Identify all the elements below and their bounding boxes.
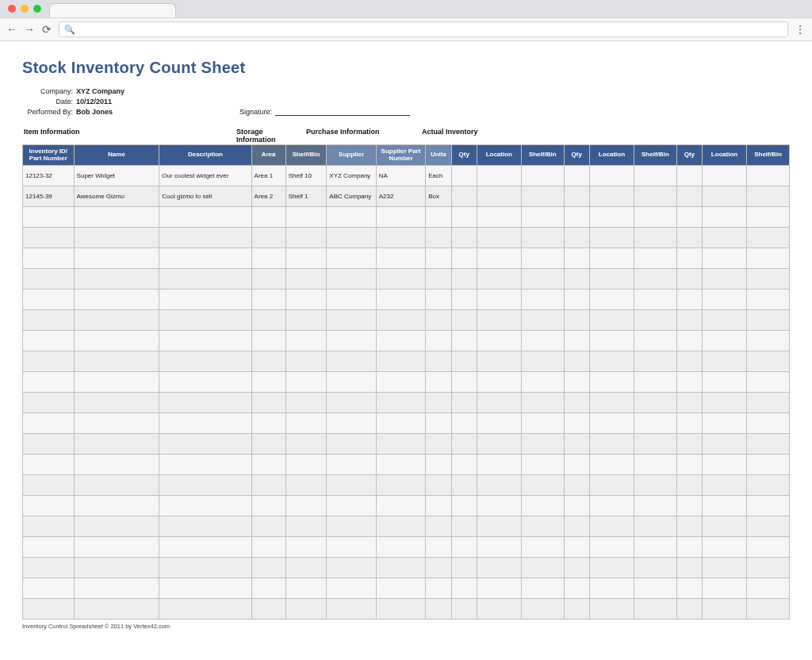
cell[interactable]	[376, 599, 425, 620]
cell[interactable]	[589, 351, 634, 372]
cell[interactable]	[327, 248, 376, 269]
cell[interactable]	[251, 537, 285, 558]
cell[interactable]	[376, 228, 425, 248]
cell[interactable]	[159, 310, 251, 331]
cell[interactable]	[703, 599, 747, 620]
cell[interactable]	[564, 207, 589, 228]
cell[interactable]	[703, 537, 747, 558]
cell[interactable]	[521, 186, 564, 207]
cell[interactable]: Box	[426, 186, 451, 207]
cell[interactable]	[23, 248, 75, 269]
cell[interactable]	[251, 558, 285, 578]
cell[interactable]	[477, 207, 521, 228]
cell[interactable]	[477, 434, 521, 455]
cell[interactable]	[285, 578, 327, 599]
cell[interactable]	[703, 393, 747, 413]
cell[interactable]	[426, 310, 451, 331]
cell[interactable]	[285, 434, 327, 455]
cell[interactable]	[159, 228, 251, 248]
cell[interactable]	[285, 269, 327, 290]
cell[interactable]	[676, 455, 702, 475]
cell[interactable]	[747, 434, 790, 455]
cell[interactable]	[634, 393, 676, 413]
cell[interactable]	[376, 207, 425, 228]
cell[interactable]	[703, 434, 747, 455]
cell[interactable]	[23, 372, 75, 393]
cell[interactable]	[74, 558, 159, 578]
cell[interactable]	[521, 269, 564, 290]
cell[interactable]	[747, 578, 790, 599]
cell[interactable]	[74, 372, 159, 393]
cell[interactable]	[747, 599, 790, 620]
cell[interactable]	[589, 186, 634, 207]
cell[interactable]	[23, 269, 75, 290]
cell[interactable]	[327, 599, 376, 620]
cell[interactable]	[74, 248, 159, 269]
cell[interactable]	[251, 496, 285, 516]
cell[interactable]	[23, 331, 75, 351]
cell[interactable]	[521, 496, 564, 516]
cell[interactable]	[521, 434, 564, 455]
cell[interactable]	[676, 331, 702, 351]
cell[interactable]	[564, 496, 589, 516]
cell[interactable]	[451, 186, 477, 207]
cell[interactable]	[564, 455, 589, 475]
cell[interactable]	[327, 413, 376, 434]
cell[interactable]	[426, 455, 451, 475]
cell[interactable]	[564, 228, 589, 248]
cell[interactable]	[251, 331, 285, 351]
cell[interactable]	[477, 310, 521, 331]
cell[interactable]	[589, 372, 634, 393]
cell[interactable]	[703, 228, 747, 248]
cell[interactable]	[589, 166, 634, 186]
cell[interactable]	[747, 290, 790, 310]
cell[interactable]	[477, 537, 521, 558]
cell[interactable]	[376, 434, 425, 455]
cell[interactable]	[451, 599, 477, 620]
cell[interactable]	[376, 537, 425, 558]
cell[interactable]	[477, 558, 521, 578]
cell[interactable]	[676, 599, 702, 620]
cell[interactable]	[634, 186, 676, 207]
cell[interactable]	[327, 537, 376, 558]
cell[interactable]	[703, 331, 747, 351]
cell[interactable]	[521, 516, 564, 537]
cell[interactable]	[426, 228, 451, 248]
cell[interactable]	[477, 599, 521, 620]
cell[interactable]	[376, 351, 425, 372]
cell[interactable]: Each	[426, 166, 451, 186]
cell[interactable]	[251, 310, 285, 331]
cell[interactable]	[703, 516, 747, 537]
cell[interactable]	[426, 372, 451, 393]
cell[interactable]	[23, 434, 75, 455]
cell[interactable]	[521, 455, 564, 475]
cell[interactable]	[747, 537, 790, 558]
cell[interactable]	[159, 207, 251, 228]
cell[interactable]	[676, 248, 702, 269]
cell[interactable]	[521, 351, 564, 372]
cell[interactable]	[564, 393, 589, 413]
cell[interactable]	[23, 228, 75, 248]
cell[interactable]	[634, 558, 676, 578]
cell[interactable]	[676, 269, 702, 290]
cell[interactable]	[477, 351, 521, 372]
cell[interactable]	[521, 207, 564, 228]
cell[interactable]: Super Widget	[74, 166, 159, 186]
cell[interactable]	[564, 475, 589, 496]
cell[interactable]	[251, 413, 285, 434]
cell[interactable]	[589, 228, 634, 248]
cell[interactable]	[634, 310, 676, 331]
cell[interactable]	[564, 372, 589, 393]
cell[interactable]	[676, 516, 702, 537]
cell[interactable]	[676, 434, 702, 455]
cell[interactable]	[589, 413, 634, 434]
cell[interactable]: 12123-32	[23, 166, 75, 186]
cell[interactable]	[676, 186, 702, 207]
cell[interactable]	[285, 496, 327, 516]
cell[interactable]	[451, 455, 477, 475]
cell[interactable]: Shelf 1	[285, 186, 327, 207]
cell[interactable]	[159, 455, 251, 475]
cell[interactable]	[74, 331, 159, 351]
cell[interactable]	[251, 207, 285, 228]
cell[interactable]	[703, 351, 747, 372]
